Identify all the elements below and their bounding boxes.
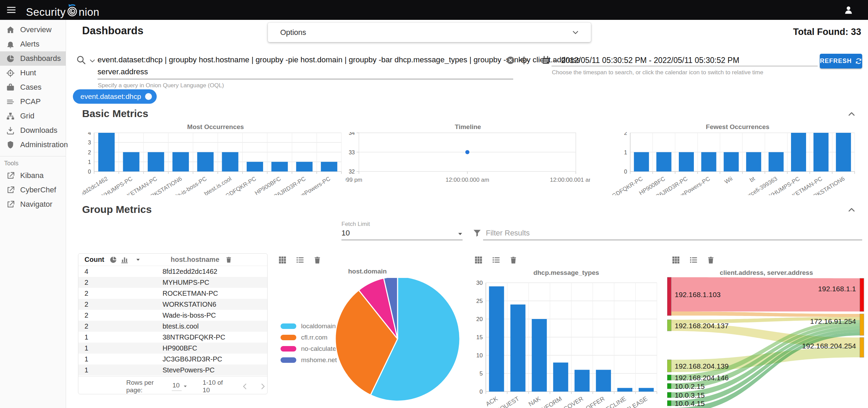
sankey-node-192.168.1.1[interactable] [860,278,864,311]
options-dropdown[interactable]: Options [268,23,591,42]
data-point[interactable] [465,150,469,154]
bar-chart-toggle-icon[interactable] [120,256,129,264]
table-row[interactable]: 1JC3GB6JRD3R-PC [78,354,267,365]
bar[interactable] [836,133,851,171]
sidebar-item-downloads[interactable]: Downloads [0,123,66,138]
sankey-node-192.168.204.139[interactable] [667,360,671,372]
user-account-icon[interactable] [843,5,854,15]
bar[interactable] [98,133,115,171]
sidebar-item-navigator[interactable]: Navigator [0,197,66,212]
delete-chart-icon[interactable] [313,255,322,265]
hostname-column-header[interactable]: host.hostname [171,256,219,264]
table-row[interactable]: 1StevePowers-PC [78,365,267,375]
sidebar-item-kibana[interactable]: Kibana [0,168,66,183]
remove-column-icon[interactable] [225,256,233,264]
next-page-icon[interactable] [258,382,267,391]
query-input-line2[interactable]: server.address [98,67,148,76]
rows-per-page-select[interactable]: 10 [172,382,182,391]
list-view-icon[interactable] [295,255,305,265]
query-actions-icon[interactable] [519,56,529,65]
pie-chart-toggle-icon[interactable] [109,256,117,264]
sankey-node-192.168.204.146[interactable] [667,375,671,380]
timespan-chevron-icon[interactable] [552,57,560,65]
table-row[interactable]: 138NTRGDFQKR-PC [78,332,267,343]
clear-query-icon[interactable] [506,56,515,65]
bar[interactable] [768,152,783,172]
list-view-icon[interactable] [689,255,698,265]
table-row[interactable]: 48fd12edd2dc1462 [78,266,267,277]
list-view-icon[interactable] [491,255,501,265]
bar[interactable] [148,152,164,172]
table-view-icon[interactable] [474,255,483,265]
menu-icon[interactable] [6,5,16,15]
bar[interactable] [701,152,716,172]
sankey-node-10.0.4.15[interactable] [667,400,671,406]
bar[interactable] [634,152,649,172]
bar[interactable] [123,152,139,172]
sankey-node-172.16.91.254[interactable] [860,314,864,335]
table-view-icon[interactable] [278,255,287,265]
bar[interactable] [791,133,806,171]
table-row[interactable]: 1HP900BFC [78,343,267,354]
filter-results-input[interactable]: Filter Results [486,229,530,238]
delete-chart-icon[interactable] [509,255,518,265]
sidebar-item-cases[interactable]: Cases [0,80,66,94]
sidebar-item-dashboards[interactable]: Dashboards [0,51,66,66]
sidebar-item-pcap[interactable]: PCAP [0,94,66,109]
refresh-button[interactable]: REFRESH [820,54,862,68]
bar[interactable] [172,152,189,172]
bar[interactable] [656,152,671,172]
timespan-input[interactable]: 2012/05/11 05:30:52 PM - 2022/05/11 05:3… [561,56,739,65]
bar[interactable] [574,370,590,392]
query-chevron-down-icon[interactable] [88,57,96,65]
sort-desc-icon[interactable] [135,256,141,263]
sankey-node-192.168.204.254[interactable] [860,337,864,357]
table-row[interactable]: 2MYHUMPS-PC [78,277,267,288]
bar[interactable] [489,286,504,392]
bar[interactable] [197,152,213,172]
sidebar-item-hunt[interactable]: Hunt [0,66,66,80]
count-column-header[interactable]: Count [85,256,104,264]
bar[interactable] [271,162,288,171]
bar[interactable] [724,152,739,172]
rows-per-page-arrow-icon[interactable] [182,383,188,389]
table-row[interactable]: 2btest.is.cool [78,321,267,332]
sankey-node-192.168.204.137[interactable] [667,320,671,331]
sankey-node-10.0.2.15[interactable] [667,383,671,389]
bar[interactable] [596,370,611,392]
bar[interactable] [222,152,238,172]
table-view-icon[interactable] [671,255,681,265]
sankey-node-192.168.1.103[interactable] [667,277,671,316]
app-logo[interactable]: Security nion [26,1,100,18]
filter-chip[interactable]: event.dataset:dhcp [73,89,157,104]
bar[interactable] [679,152,694,172]
bar[interactable] [814,133,829,171]
table-row[interactable]: 2ROCKETMAN-PC [78,288,267,299]
basic-collapse-icon[interactable] [846,109,857,119]
bar[interactable] [510,305,526,392]
delete-chart-icon[interactable] [706,255,715,265]
calendar-icon[interactable] [541,55,550,65]
table-row[interactable]: 2WORKSTATION6 [78,299,267,310]
bar[interactable] [296,162,313,171]
bar[interactable] [321,162,337,171]
sidebar-item-grid[interactable]: Grid [0,109,66,123]
fetch-limit-arrow-icon[interactable] [456,230,464,238]
sankey-node-10.0.3.15[interactable] [667,392,671,398]
chip-close-icon[interactable] [144,92,153,101]
sidebar-item-cyberchef[interactable]: CyberChef [0,183,66,197]
sidebar-item-overview[interactable]: Overview [0,23,66,37]
bar[interactable] [532,319,547,392]
sidebar-item-administration[interactable]: Administration [0,138,66,152]
bar[interactable] [617,388,632,392]
bar[interactable] [553,362,568,392]
group-collapse-icon[interactable] [846,205,857,215]
table-row[interactable]: 2Wade-is-boss-PC [78,310,267,321]
fetch-limit-select[interactable]: 10 [341,229,350,238]
prev-page-icon[interactable] [241,382,249,391]
bar[interactable] [639,388,654,392]
bar[interactable] [746,152,761,172]
sankey-link[interactable] [671,311,860,317]
bar[interactable] [247,162,263,171]
sidebar-item-alerts[interactable]: Alerts [0,37,66,51]
